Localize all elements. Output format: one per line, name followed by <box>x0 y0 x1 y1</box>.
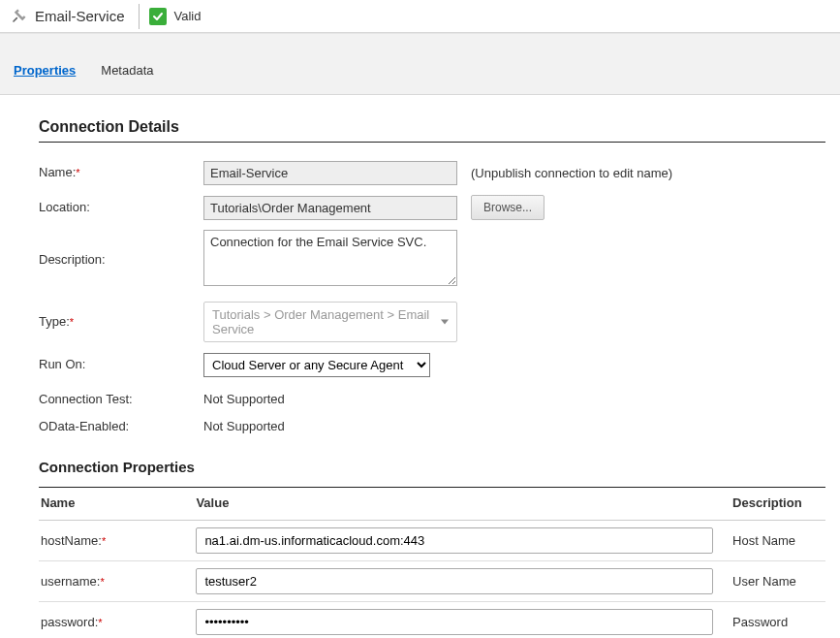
header-separator <box>139 4 140 29</box>
prop-desc: Host Name <box>731 521 825 561</box>
type-select[interactable]: Tutorials > Order Management > Email Ser… <box>203 302 457 342</box>
tabs-region: Properties Metadata <box>0 33 840 95</box>
table-row: hostName:* Host Name <box>39 521 825 561</box>
properties-table: Name Value Description hostName:* Host N… <box>39 487 825 638</box>
odata-value: Not Supported <box>203 416 285 437</box>
table-row: username:* User Name <box>39 561 825 602</box>
prop-desc: User Name <box>731 561 825 602</box>
col-header-value: Value <box>194 488 731 521</box>
location-input[interactable] <box>203 196 457 220</box>
col-header-desc: Description <box>731 488 825 521</box>
runon-label: Run On: <box>39 352 203 377</box>
description-textarea[interactable]: Connection for the Email Service SVC. <box>203 230 457 286</box>
valid-label: Valid <box>174 9 202 23</box>
page-title: Email-Service <box>35 0 139 33</box>
valid-check-icon <box>149 8 167 25</box>
description-label: Description: <box>39 230 203 272</box>
plug-icon <box>8 6 29 27</box>
connection-properties-title: Connection Properties <box>39 459 830 475</box>
col-header-name: Name <box>39 488 194 521</box>
prop-name: username:* <box>39 561 194 602</box>
runon-select[interactable]: Cloud Server or any Secure Agent <box>203 353 430 377</box>
type-label: Type:* <box>39 309 203 335</box>
odata-label: OData-Enabled: <box>39 414 203 439</box>
tab-metadata[interactable]: Metadata <box>101 63 153 85</box>
username-input[interactable] <box>196 568 713 594</box>
browse-button[interactable]: Browse... <box>471 195 544 220</box>
tab-properties[interactable]: Properties <box>14 63 76 85</box>
location-label: Location: <box>39 195 203 220</box>
conntest-value: Not Supported <box>203 389 285 410</box>
conntest-label: Connection Test: <box>39 387 203 412</box>
connection-details-title: Connection Details <box>39 118 825 143</box>
chevron-down-icon <box>441 320 449 325</box>
prop-name: password:* <box>39 602 194 639</box>
header-bar: Email-Service Valid <box>0 0 840 33</box>
table-row: password:* Password <box>39 602 825 639</box>
name-label: Name:* <box>39 160 203 185</box>
hostname-input[interactable] <box>196 527 713 554</box>
prop-name: hostName:* <box>39 521 194 561</box>
password-input[interactable] <box>196 609 713 635</box>
name-hint: (Unpublish connection to edit name) <box>471 166 672 180</box>
type-select-value: Tutorials > Order Management > Email Ser… <box>212 307 429 336</box>
name-input[interactable] <box>203 161 457 185</box>
prop-desc: Password <box>731 602 825 639</box>
